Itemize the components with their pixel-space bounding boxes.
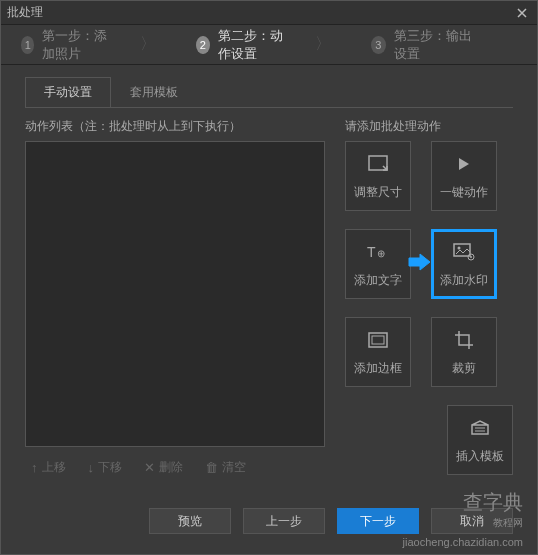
clear-icon: 🗑 bbox=[205, 460, 218, 475]
window-title: 批处理 bbox=[7, 4, 43, 21]
border-icon bbox=[366, 328, 390, 352]
list-toolbar: ↑上移 ↓下移 ✕删除 🗑清空 bbox=[25, 455, 325, 480]
chevron-right-icon: 〉 bbox=[140, 34, 156, 55]
cancel-button[interactable]: 取消 bbox=[431, 508, 513, 534]
move-up-button[interactable]: ↑上移 bbox=[25, 455, 72, 480]
crop-icon bbox=[452, 328, 476, 352]
footer: 预览 上一步 下一步 取消 bbox=[1, 494, 537, 548]
next-button[interactable]: 下一步 bbox=[337, 508, 419, 534]
action-resize[interactable]: 调整尺寸 bbox=[345, 141, 411, 211]
svg-rect-7 bbox=[372, 336, 384, 344]
svg-text:T: T bbox=[367, 244, 376, 260]
svg-point-4 bbox=[458, 246, 461, 249]
step-3: 3 第三步：输出设置 bbox=[371, 27, 477, 63]
arrow-right-icon bbox=[408, 252, 432, 272]
template-icon bbox=[468, 416, 492, 440]
right-panel: 请添加批处理动作 调整尺寸 一键动作 T⊕ 添加文字 bbox=[345, 118, 513, 480]
tab-manual[interactable]: 手动设置 bbox=[25, 77, 111, 107]
close-icon bbox=[517, 8, 527, 18]
step-label: 第三步：输出设置 bbox=[394, 27, 477, 63]
action-list[interactable] bbox=[25, 141, 325, 447]
step-label: 第一步：添加照片 bbox=[42, 27, 120, 63]
action-label: 调整尺寸 bbox=[354, 184, 402, 201]
action-label: 裁剪 bbox=[452, 360, 476, 377]
arrow-up-icon: ↑ bbox=[31, 460, 38, 475]
svg-text:⊕: ⊕ bbox=[377, 248, 385, 259]
action-add-text[interactable]: T⊕ 添加文字 bbox=[345, 229, 411, 299]
action-label: 一键动作 bbox=[440, 184, 488, 201]
action-grid: 调整尺寸 一键动作 T⊕ 添加文字 添加水印 bbox=[345, 141, 513, 475]
text-icon: T⊕ bbox=[366, 240, 390, 264]
batch-window: 批处理 1 第一步：添加照片 〉 2 第二步：动作设置 〉 3 第三步：输出设置… bbox=[0, 0, 538, 555]
tab-bar: 手动设置 套用模板 bbox=[1, 65, 537, 107]
step-1[interactable]: 1 第一步：添加照片 〉 bbox=[21, 27, 156, 63]
step-num-icon: 2 bbox=[196, 36, 209, 54]
content-area: 动作列表（注：批处理时从上到下执行） ↑上移 ↓下移 ✕删除 🗑清空 请添加批处… bbox=[1, 108, 537, 480]
chevron-right-icon: 〉 bbox=[315, 34, 331, 55]
action-list-label: 动作列表（注：批处理时从上到下执行） bbox=[25, 118, 325, 135]
add-action-label: 请添加批处理动作 bbox=[345, 118, 513, 135]
action-one-click[interactable]: 一键动作 bbox=[431, 141, 497, 211]
resize-icon bbox=[366, 152, 390, 176]
move-down-button[interactable]: ↓下移 bbox=[82, 455, 129, 480]
action-label: 添加边框 bbox=[354, 360, 402, 377]
step-num-icon: 3 bbox=[371, 36, 385, 54]
watermark-icon bbox=[452, 240, 476, 264]
action-add-border[interactable]: 添加边框 bbox=[345, 317, 411, 387]
step-bar: 1 第一步：添加照片 〉 2 第二步：动作设置 〉 3 第三步：输出设置 bbox=[1, 25, 537, 65]
clear-button[interactable]: 🗑清空 bbox=[199, 455, 252, 480]
step-num-icon: 1 bbox=[21, 36, 34, 54]
left-panel: 动作列表（注：批处理时从上到下执行） ↑上移 ↓下移 ✕删除 🗑清空 bbox=[25, 118, 325, 480]
prev-button[interactable]: 上一步 bbox=[243, 508, 325, 534]
action-add-watermark[interactable]: 添加水印 bbox=[431, 229, 497, 299]
action-label: 添加文字 bbox=[354, 272, 402, 289]
action-insert-template[interactable]: 插入模板 bbox=[447, 405, 513, 475]
action-label: 添加水印 bbox=[440, 272, 488, 289]
play-icon bbox=[452, 152, 476, 176]
titlebar: 批处理 bbox=[1, 1, 537, 25]
step-label: 第二步：动作设置 bbox=[218, 27, 296, 63]
delete-icon: ✕ bbox=[144, 460, 155, 475]
delete-button[interactable]: ✕删除 bbox=[138, 455, 189, 480]
step-2[interactable]: 2 第二步：动作设置 〉 bbox=[196, 27, 331, 63]
preview-button[interactable]: 预览 bbox=[149, 508, 231, 534]
tab-template[interactable]: 套用模板 bbox=[111, 77, 197, 107]
arrow-down-icon: ↓ bbox=[88, 460, 95, 475]
action-crop[interactable]: 裁剪 bbox=[431, 317, 497, 387]
close-button[interactable] bbox=[513, 4, 531, 22]
action-label: 插入模板 bbox=[456, 448, 504, 465]
